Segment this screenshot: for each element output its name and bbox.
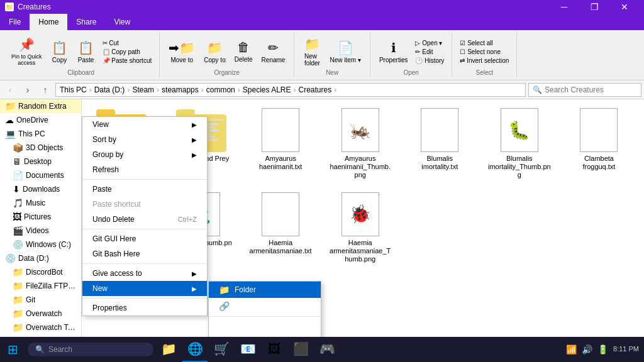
sidebar-item-overwatch[interactable]: 📁 Overwatch — [0, 307, 81, 321]
list-item[interactable]: Amyaurus haenimanit.txt — [246, 104, 315, 184]
taskbar-app-photos[interactable]: 🖼 — [262, 337, 287, 362]
sidebar-label-windows: Windows (C:) — [26, 240, 71, 249]
sidebar-item-downloads[interactable]: ⬇ Downloads — [0, 182, 81, 196]
delete-button[interactable]: 🗑 Delete — [231, 38, 257, 65]
tab-view[interactable]: View — [105, 14, 139, 30]
sidebar-item-music[interactable]: 🎵 Music — [0, 196, 81, 210]
taskbar-app-terminal[interactable]: ⬛ — [288, 337, 313, 362]
sidebar-item-data-d[interactable]: 💿 Data (D:) — [0, 251, 81, 265]
ctx-new[interactable]: New▶ 📁 Folder 🔗 Shortcut 🖼 Bitmap image … — [82, 281, 207, 296]
sidebar-item-videos[interactable]: 🎬 Videos — [0, 224, 81, 238]
rename-button[interactable]: ✏ Rename — [258, 38, 289, 66]
sidebar-item-this-pc[interactable]: 💻 This PC — [0, 127, 81, 141]
ctx-properties[interactable]: Properties — [82, 300, 207, 315]
bc-steamapps[interactable]: steamapps — [162, 85, 199, 94]
start-button[interactable]: ⊞ — [0, 337, 25, 362]
taskbar-app-steam[interactable]: 🎮 — [314, 337, 340, 362]
sidebar-label-ow-test: Overwatch Test — [26, 323, 76, 332]
submenu-shortcut[interactable]: 🔗 Shortcut — [209, 298, 321, 314]
sidebar-item-pictures[interactable]: 🖼 Pictures — [0, 210, 81, 224]
sidebar-item-onedrive[interactable]: ☁ OneDrive — [0, 113, 81, 127]
ctx-paste[interactable]: Paste — [82, 182, 207, 197]
open-label: Open — [403, 69, 418, 76]
tab-home[interactable]: Home — [30, 14, 67, 30]
properties-button[interactable]: ℹ Properties — [375, 38, 412, 66]
taskbar-search-box[interactable]: 🔍 Search — [28, 343, 153, 356]
ctx-git-bash[interactable]: Git Bash Here — [82, 246, 207, 261]
window-title: Creatures — [18, 3, 51, 11]
forward-button[interactable]: › — [20, 82, 35, 97]
bc-species[interactable]: Species ALRE — [243, 85, 291, 94]
new-folder-button[interactable]: 📁 Newfolder — [299, 34, 325, 69]
search-input[interactable] — [545, 85, 639, 94]
sidebar-item-3d[interactable]: 📦 3D Objects — [0, 141, 81, 155]
ctx-undo-delete[interactable]: Undo DeleteCtrl+Z — [82, 212, 207, 227]
list-item[interactable]: Blumalis imortality.txt — [405, 104, 474, 184]
submenu-bitmap[interactable]: 🖼 Bitmap image — [209, 319, 321, 335]
folder-icon-discord: 📁 — [13, 267, 23, 277]
sidebar-item-random-extra[interactable]: 📁 Random Extra — [0, 99, 81, 113]
bc-this-pc[interactable]: This PC — [60, 85, 87, 94]
select-none-button[interactable]: ☐ Select none — [457, 48, 511, 56]
tray-time[interactable]: 8:11 PM — [613, 344, 639, 354]
sidebar-item-documents[interactable]: 📄 Documents — [0, 168, 81, 182]
tab-share[interactable]: Share — [67, 14, 105, 30]
ctx-sep-1 — [82, 179, 207, 180]
copy-button[interactable]: 📋 Copy — [47, 38, 72, 66]
sidebar-item-windows-c[interactable]: 💿 Windows (C:) — [0, 238, 81, 251]
bc-steam[interactable]: Steam — [132, 85, 154, 94]
sidebar-label-downloads: Downloads — [23, 185, 60, 194]
select-small: ☑ Select all ☐ Select none ⇄ Invert sele… — [457, 39, 511, 65]
list-item[interactable]: 🦗 Amyaurus haenimanii_Thumb.png — [326, 104, 395, 184]
sidebar-item-git[interactable]: 📁 Git — [0, 293, 81, 307]
bc-data[interactable]: Data (D:) — [94, 85, 125, 94]
open-button[interactable]: ▷ Open ▾ — [413, 39, 447, 47]
move-to-button[interactable]: ➡📁 Move to — [165, 38, 199, 66]
breadcrumb[interactable]: This PC › Data (D:) › Steam › steamapps … — [55, 83, 526, 97]
cut-button[interactable]: ✂ Cut — [100, 39, 155, 47]
pin-button[interactable]: 📌 Pin to Quickaccess — [8, 35, 46, 69]
invert-selection-button[interactable]: ⇄ Invert selection — [457, 57, 511, 65]
ctx-give-access[interactable]: Give access to▶ — [82, 266, 207, 281]
close-button[interactable]: ✕ — [610, 0, 639, 14]
new-item-button[interactable]: 📄 New item ▾ — [326, 38, 364, 66]
submenu-folder[interactable]: 📁 Folder — [209, 282, 321, 298]
tray-volume-icon[interactable]: 🔊 — [582, 344, 592, 354]
tray-network-icon[interactable]: 📶 — [566, 344, 577, 354]
paste-shortcut-button[interactable]: 📌 Paste shortcut — [100, 57, 155, 65]
edit-button[interactable]: ✏ Edit — [413, 48, 447, 56]
list-item[interactable]: 🐛 Blumalis imortality_Thumb.png — [485, 104, 554, 184]
list-item[interactable]: Clambeta frogguq.txt — [564, 104, 633, 184]
bc-common[interactable]: common — [206, 85, 235, 94]
ctx-group-by[interactable]: Group by▶ — [82, 147, 207, 162]
paste-button[interactable]: 📋 Paste — [74, 38, 99, 66]
bc-creatures[interactable]: Creatures — [299, 85, 332, 94]
maximize-button[interactable]: ❐ — [580, 0, 609, 14]
list-item[interactable]: 🐞 Haemia armenitasmaniae_Thumb.png — [326, 189, 395, 268]
copy-to-button[interactable]: 📁 Copy to — [200, 38, 229, 66]
tray-battery-icon[interactable]: 🔋 — [597, 344, 608, 354]
select-all-button[interactable]: ☑ Select all — [457, 39, 511, 47]
taskbar-app-file-explorer[interactable]: 📁 — [156, 337, 181, 362]
list-item[interactable]: Haemia armenitasmaniae.txt — [246, 189, 315, 268]
taskbar-app-mail[interactable]: 📧 — [235, 337, 260, 362]
tab-file[interactable]: File — [0, 14, 30, 30]
taskbar-app-edge[interactable]: 🌐 — [182, 337, 208, 362]
sidebar-item-filezilla[interactable]: 📁 FileZilla FTP Cli... — [0, 279, 81, 293]
ctx-paste-shortcut[interactable]: Paste shortcut — [82, 197, 207, 212]
folder-icon-overwatch: 📁 — [13, 309, 23, 319]
ctx-sort-by[interactable]: Sort by▶ — [82, 132, 207, 147]
titlebar: 📁 Creatures ─ ❐ ✕ — [0, 0, 644, 14]
copy-path-button[interactable]: 📋 Copy path — [100, 48, 155, 56]
minimize-button[interactable]: ─ — [550, 0, 579, 14]
sidebar-item-overwatch-test[interactable]: 📁 Overwatch Test — [0, 321, 81, 334]
sidebar-item-discordbot[interactable]: 📁 DiscordBot — [0, 265, 81, 279]
back-button[interactable]: ‹ — [3, 82, 18, 97]
sidebar-item-desktop[interactable]: 🖥 Desktop — [0, 155, 81, 168]
ctx-git-gui[interactable]: Git GUI Here — [82, 231, 207, 246]
ctx-view[interactable]: View▶ — [82, 117, 207, 132]
up-button[interactable]: ↑ — [38, 82, 53, 97]
ctx-refresh[interactable]: Refresh — [82, 162, 207, 177]
taskbar-app-store[interactable]: 🛒 — [209, 337, 234, 362]
history-button[interactable]: 🕐 History — [413, 57, 447, 65]
